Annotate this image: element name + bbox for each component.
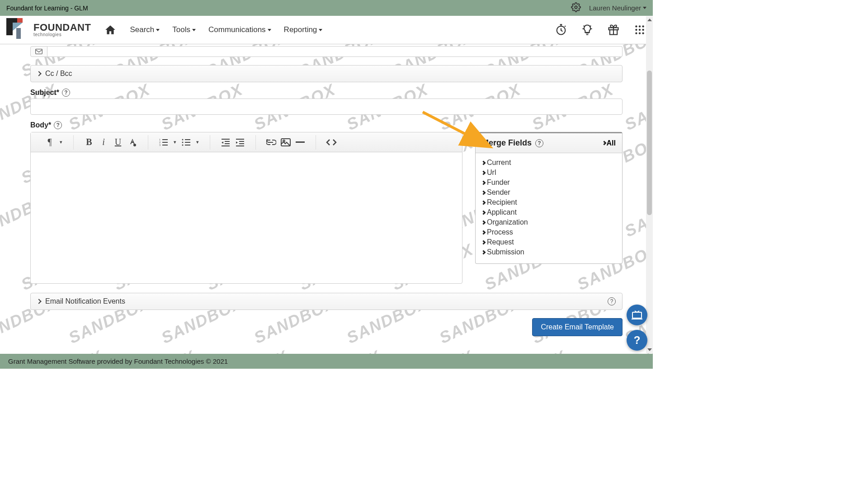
caret-down-icon[interactable]: ▾ (57, 135, 65, 150)
to-input[interactable] (47, 46, 623, 57)
footer-text: Grant Management Software provided by Fo… (8, 357, 228, 365)
svg-point-15 (635, 32, 637, 34)
caret-down-icon[interactable]: ▾ (193, 135, 202, 150)
caret-down-icon (643, 7, 646, 9)
stopwatch-icon[interactable] (554, 23, 568, 37)
svg-point-24 (182, 141, 184, 143)
nav-communications[interactable]: Communications (208, 25, 271, 34)
subject-input[interactable] (30, 99, 623, 115)
svg-rect-28 (296, 141, 305, 143)
svg-point-14 (642, 29, 644, 31)
rich-text-editor: ¶ ▾ B i U 123 ▾ (30, 132, 462, 284)
image-button[interactable] (278, 135, 293, 150)
home-icon[interactable] (104, 23, 117, 37)
svg-point-16 (639, 32, 641, 34)
scroll-up-button[interactable] (646, 16, 653, 23)
outdent-button[interactable] (218, 135, 233, 150)
vertical-scrollbar[interactable] (646, 16, 653, 353)
merge-item-sender[interactable]: Sender (482, 188, 616, 197)
logo-text-main: FOUNDANT (33, 23, 91, 33)
email-events-toggle[interactable]: Email Notification Events ? (30, 293, 623, 310)
caret-down-icon[interactable]: ▾ (171, 135, 179, 150)
text-color-button[interactable] (125, 135, 140, 150)
svg-point-0 (575, 6, 577, 9)
chevron-right-icon (481, 200, 486, 205)
svg-point-17 (642, 32, 644, 34)
editor-body[interactable] (31, 152, 462, 283)
chevron-right-icon (481, 190, 486, 195)
merge-expand-all[interactable]: All (603, 139, 616, 147)
scrollbar-thumb[interactable] (647, 70, 652, 215)
unordered-list-button[interactable] (179, 135, 193, 150)
italic-button[interactable]: i (96, 135, 111, 150)
user-name: Lauren Neulinger (589, 4, 641, 12)
ordered-list-button[interactable]: 123 (156, 135, 171, 150)
lightbulb-icon[interactable] (580, 23, 594, 37)
training-help-button[interactable] (627, 305, 647, 325)
gear-icon[interactable] (571, 2, 581, 14)
chevron-right-icon (481, 250, 486, 254)
svg-marker-2 (17, 18, 23, 23)
nav-reporting[interactable]: Reporting (284, 25, 323, 34)
nav-search[interactable]: Search (130, 25, 160, 34)
svg-rect-1 (6, 18, 17, 23)
footer-bar: Grant Management Software provided by Fo… (0, 354, 653, 369)
merge-item-funder[interactable]: Funder (482, 178, 616, 188)
subject-label: Subject* ? (30, 89, 623, 97)
merge-item-organization[interactable]: Organization (482, 217, 616, 227)
code-view-button[interactable] (324, 135, 339, 150)
chevron-right-icon (481, 210, 486, 215)
underline-button[interactable]: U (111, 135, 125, 150)
chevron-right-icon (481, 240, 486, 244)
apps-grid-icon[interactable] (633, 23, 646, 37)
merge-fields-title: Merge Fields ? (482, 138, 543, 148)
chevron-right-icon (481, 180, 486, 185)
help-icon[interactable]: ? (535, 139, 543, 147)
nav-bar: FOUNDANT technologies Search Tools Commu… (0, 16, 653, 44)
paragraph-format-button[interactable]: ¶ (42, 135, 57, 150)
svg-point-9 (635, 25, 637, 27)
svg-point-25 (182, 144, 184, 145)
email-events-label: Email Notification Events (45, 297, 125, 305)
svg-point-11 (642, 25, 644, 27)
svg-marker-31 (647, 19, 652, 21)
svg-point-12 (635, 29, 637, 31)
editor-toolbar: ¶ ▾ B i U 123 ▾ (31, 132, 462, 152)
cc-bcc-toggle[interactable]: Cc / Bcc (30, 65, 623, 82)
svg-point-13 (639, 29, 641, 31)
merge-item-submission[interactable]: Submission (482, 247, 616, 257)
user-menu[interactable]: Lauren Neulinger (589, 4, 646, 12)
scroll-down-button[interactable] (646, 346, 653, 353)
svg-rect-18 (36, 49, 42, 54)
help-icon[interactable]: ? (608, 297, 616, 305)
help-icon[interactable]: ? (54, 121, 62, 129)
gift-icon[interactable] (607, 23, 620, 37)
app-title: Foundant for Learning - GLM (6, 5, 88, 12)
merge-item-url[interactable]: Url (482, 168, 616, 178)
cc-bcc-label: Cc / Bcc (45, 70, 72, 78)
svg-marker-32 (647, 348, 652, 351)
merge-item-applicant[interactable]: Applicant (482, 207, 616, 217)
chevron-right-icon (602, 141, 606, 145)
bold-button[interactable]: B (82, 135, 96, 150)
merge-item-process[interactable]: Process (482, 227, 616, 237)
svg-point-19 (133, 144, 136, 146)
help-icon[interactable]: ? (62, 89, 70, 97)
chevron-right-icon (481, 220, 486, 225)
nav-tools[interactable]: Tools (172, 25, 196, 34)
indent-button[interactable] (233, 135, 247, 150)
create-email-template-button[interactable]: Create Email Template (532, 318, 623, 336)
merge-item-current[interactable]: Current (482, 158, 616, 168)
caret-down-icon (268, 29, 271, 31)
help-button[interactable]: ? (627, 330, 647, 351)
chevron-right-icon (481, 170, 486, 175)
link-button[interactable] (264, 135, 278, 150)
envelope-icon (30, 46, 47, 57)
merge-item-recipient[interactable]: Recipient (482, 197, 616, 207)
merge-item-request[interactable]: Request (482, 237, 616, 247)
caret-down-icon (192, 29, 196, 31)
logo-icon (6, 18, 30, 42)
logo[interactable]: FOUNDANT technologies (6, 18, 91, 42)
horizontal-rule-button[interactable] (293, 135, 307, 150)
merge-fields-panel: Merge Fields ? All CurrentUrlFunderSende… (475, 132, 623, 264)
